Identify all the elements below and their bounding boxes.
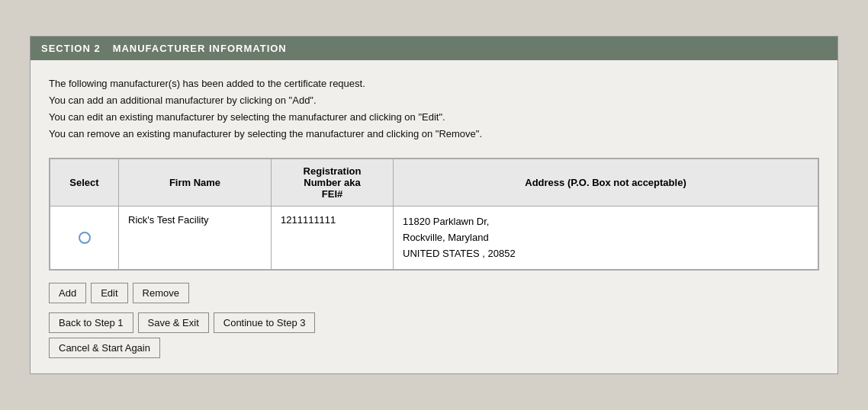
manufacturers-table-wrapper: Select Firm Name RegistrationNumber akaF… — [49, 158, 819, 271]
desc-line3: You can edit an existing manufacturer by… — [49, 109, 819, 126]
select-radio[interactable] — [79, 232, 91, 244]
section-header: SECTION 2 MANUFACTURER INFORMATION — [31, 37, 837, 60]
row-registration: 1211111111 — [272, 206, 394, 269]
col-header-registration: RegistrationNumber akaFEI# — [272, 159, 394, 206]
desc-line2: You can add an additional manufacturer b… — [49, 92, 819, 109]
edit-button[interactable]: Edit — [91, 283, 127, 303]
add-button[interactable]: Add — [49, 283, 86, 303]
table-row: Rick's Test Facility 1211111111 11820 Pa… — [50, 206, 818, 269]
section-label: SECTION 2 — [41, 43, 101, 54]
col-header-address: Address (P.O. Box not acceptable) — [394, 159, 818, 206]
row-select-cell — [50, 206, 119, 269]
address-line1: 11820 Parklawn Dr, — [403, 214, 809, 230]
description-block: The following manufacturer(s) has been a… — [49, 75, 819, 143]
row-address: 11820 Parklawn Dr, Rockville, Maryland U… — [394, 206, 818, 269]
save-exit-button[interactable]: Save & Exit — [138, 312, 209, 333]
nav-buttons-row: Back to Step 1 Save & Exit Continue to S… — [49, 312, 819, 333]
row-firm-name: Rick's Test Facility — [119, 206, 272, 269]
back-button[interactable]: Back to Step 1 — [49, 312, 133, 333]
content-area: The following manufacturer(s) has been a… — [31, 60, 837, 374]
section-title: MANUFACTURER INFORMATION — [113, 43, 287, 54]
remove-button[interactable]: Remove — [133, 283, 189, 303]
desc-line4: You can remove an existing manufacturer … — [49, 126, 819, 143]
action-buttons-row: Add Edit Remove — [49, 283, 819, 303]
continue-button[interactable]: Continue to Step 3 — [214, 312, 316, 333]
main-container: SECTION 2 MANUFACTURER INFORMATION The f… — [30, 36, 838, 375]
address-line3: UNITED STATES , 20852 — [403, 246, 809, 262]
col-header-firm: Firm Name — [119, 159, 272, 206]
address-line2: Rockville, Maryland — [403, 230, 809, 246]
col-header-select: Select — [50, 159, 119, 206]
cancel-row: Cancel & Start Again — [49, 338, 819, 358]
cancel-button[interactable]: Cancel & Start Again — [49, 338, 160, 358]
manufacturers-table: Select Firm Name RegistrationNumber akaF… — [50, 159, 818, 270]
desc-line1: The following manufacturer(s) has been a… — [49, 75, 819, 92]
